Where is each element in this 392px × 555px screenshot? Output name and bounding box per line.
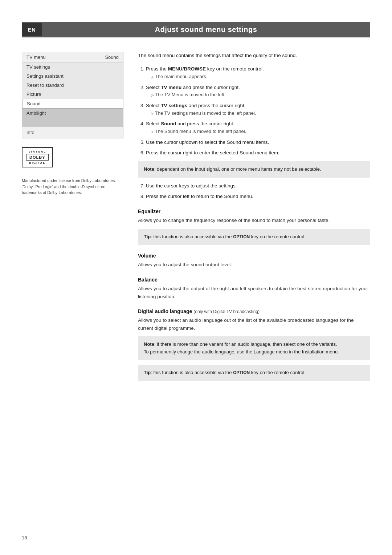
tip-label-2: Tip [144,370,151,375]
option-label-2: OPTION [233,370,250,375]
step-6: Press the cursor right to enter the sele… [146,149,370,157]
balance-heading: Balance [138,277,370,283]
tv-menu-col2-label: Sound [105,54,119,60]
balance-text: Allows you to adjust the output of the r… [138,285,370,300]
step-5: Use the cursor up/down to select the Sou… [146,138,370,146]
intro-text: The sound menu contains the settings tha… [138,52,370,59]
step-1: Press the MENU/BROWSE key on the remote … [146,65,370,80]
tip-box-1: Tip: this function is also accessible vi… [138,229,370,245]
note-text-1: : dependent on the input signal, one or … [154,166,321,172]
sound-item[interactable]: Sound [22,99,123,109]
dolby-text: Manufactured under license from Dolby La… [22,178,123,196]
option-label-1: OPTION [233,234,250,239]
equalizer-heading: Equalizer [138,208,370,214]
digital-audio-heading-label: Digital audio language [138,308,192,314]
page-number: 18 [22,535,27,540]
main-content: TV menu Sound TV settings Settings assis… [22,52,370,385]
digital-audio-heading: Digital audio language (only with Digita… [138,308,370,314]
tip-text-1a: : this function is also accessible via t… [151,234,233,239]
tv-menu-header: TV menu Sound [22,52,123,62]
tv-menu-bold: TV menu [161,85,181,90]
steps-cont-list: Use the cursor keys to adjust the settin… [138,182,370,200]
step-4: Select Sound and press the cursor right.… [146,120,370,135]
settings-assistant-item[interactable]: Settings assistant [22,72,123,81]
step-3: Select TV settings and press the cursor … [146,102,370,117]
tv-settings-item[interactable]: TV settings [22,62,123,72]
page-title: Adjust sound menu settings [42,22,370,37]
tv-menu-col1-label: TV menu [26,54,46,60]
step-3-arrow: The TV settings menu is moved to the lef… [146,110,370,117]
info-item[interactable]: Info [22,126,123,138]
tv-settings-bold: TV settings [161,103,187,108]
ambilight-item[interactable]: Ambilight [22,109,123,118]
digital-audio-text: Allows you to select an audio language o… [138,316,370,332]
tip-text-2b: key on the remote control. [250,370,306,375]
tip-box-2: Tip: this function is also accessible vi… [138,365,370,381]
page: EN Adjust sound menu settings TV menu So… [0,0,392,555]
left-column: TV menu Sound TV settings Settings assis… [22,52,123,196]
equalizer-text: Allows you to change the frequency respo… [138,216,370,224]
main-steps-list: Press the MENU/BROWSE key on the remote … [138,65,370,157]
lang-badge: EN [22,23,42,36]
step-4-arrow: The Sound menu is moved to the left pane… [146,128,370,135]
menu-browse-bold: MENU/BROWSE [168,66,206,72]
step-2-arrow: The TV Menu is moved to the left. [146,91,370,99]
page-header: EN Adjust sound menu settings [22,22,370,37]
step-2: Select TV menu and press the cursor righ… [146,84,370,99]
tip-text-2a: : this function is also accessible via t… [151,370,233,375]
step-1-arrow: The main menu appears. [146,73,370,81]
step-7: Use the cursor keys to adjust the settin… [146,182,370,190]
volume-heading: Volume [138,253,370,259]
dolby-label: DOLBY [26,154,49,161]
tip-text-1b: key on the remote control. [250,234,306,239]
note-box-2: Note: if there is more than one variant … [138,336,370,360]
digital-label: DIGITAL [26,161,49,165]
dolby-badge-container: VIRTUAL DOLBY DIGITAL [22,147,123,173]
tv-menu-box: TV menu Sound TV settings Settings assis… [22,52,123,138]
note-text-2: : if there is more than one variant for … [144,341,339,355]
note-box-1: Note: dependent on the input signal, one… [138,161,370,178]
sound-bold: Sound [161,121,176,126]
reset-to-standard-item[interactable]: Reset to standard [22,81,123,90]
picture-item[interactable]: Picture [22,90,123,99]
virtual-label: VIRTUAL [26,150,49,153]
note-label-2: Note [144,341,154,347]
step-8: Press the cursor left to return to the S… [146,193,370,200]
digital-audio-subtext: (only with Digital TV broadcasting) [193,309,260,314]
tip-label-1: Tip [144,234,151,239]
right-column: The sound menu contains the settings tha… [138,52,370,385]
dolby-badge: VIRTUAL DOLBY DIGITAL [22,147,53,167]
empty-menu-item [22,118,123,126]
note-label-1: Note [144,166,154,172]
volume-text: Allows you to adjust the sound output le… [138,261,370,269]
